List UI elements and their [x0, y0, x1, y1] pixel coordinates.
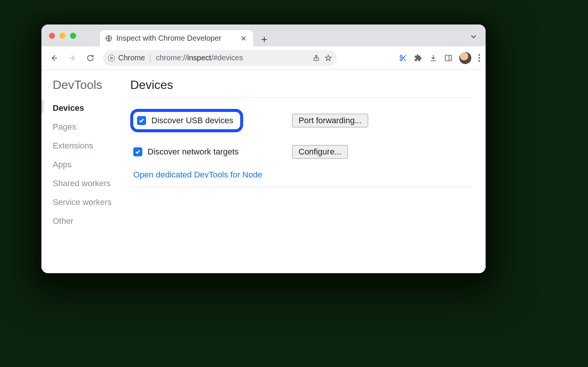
page-content: DevTools Devices Pages Extensions Apps S… — [41, 70, 486, 273]
discover-usb-highlight: Discover USB devices — [130, 109, 243, 132]
nav-shared-workers[interactable]: Shared workers — [53, 174, 126, 193]
chrome-chip: Chrome — [108, 54, 145, 62]
tab-title: Inspect with Chrome Developer — [116, 34, 235, 43]
extensions-icon[interactable] — [414, 54, 422, 62]
tabs-menu-button[interactable] — [470, 33, 477, 40]
nav-pages[interactable]: Pages — [53, 118, 126, 136]
svg-point-10 — [478, 60, 480, 61]
port-forwarding-button[interactable]: Port forwarding... — [292, 114, 368, 127]
svg-point-3 — [111, 57, 112, 58]
side-panel-icon[interactable] — [444, 54, 452, 62]
close-tab-icon[interactable] — [239, 35, 248, 41]
globe-icon — [105, 35, 113, 42]
address-bar[interactable]: Chrome chrome://inspect/#devices — [103, 50, 337, 66]
scissors-icon[interactable] — [399, 54, 407, 62]
configure-button[interactable]: Configure... — [292, 145, 348, 159]
minimize-window-button[interactable] — [59, 33, 66, 39]
svg-rect-7 — [445, 55, 452, 61]
checkbox-discover-network[interactable] — [133, 147, 142, 156]
checkbox-discover-usb[interactable] — [137, 116, 146, 125]
open-node-devtools-link[interactable]: Open dedicated DevTools for Node — [130, 168, 262, 187]
forward-button[interactable] — [65, 50, 80, 66]
chrome-chip-label: Chrome — [118, 54, 145, 62]
browser-tab[interactable]: Inspect with Chrome Developer — [99, 30, 254, 46]
downloads-icon[interactable] — [429, 54, 437, 62]
share-icon[interactable] — [312, 54, 320, 62]
discover-network-label: Discover network targets — [148, 147, 239, 157]
nav-devices[interactable]: Devices — [53, 99, 126, 118]
row-discover-network: Discover network targets Configure... — [130, 142, 472, 168]
profile-avatar[interactable] — [459, 52, 471, 64]
maximize-window-button[interactable] — [70, 33, 76, 39]
svg-point-8 — [478, 54, 480, 55]
omnibox-divider — [150, 54, 151, 62]
divider — [130, 187, 472, 187]
new-tab-button[interactable] — [260, 36, 272, 43]
svg-point-9 — [478, 57, 480, 58]
row-discover-usb: Discover USB devices Port forwarding... — [130, 106, 472, 142]
menu-icon[interactable] — [478, 54, 480, 62]
chrome-icon — [108, 54, 115, 62]
main-heading: Devices — [130, 78, 472, 97]
toolbar: Chrome chrome://inspect/#devices — [41, 46, 486, 70]
browser-window: Inspect with Chrome Developer Chrome — [41, 24, 486, 273]
discover-usb-label: Discover USB devices — [151, 116, 233, 125]
divider — [130, 97, 472, 98]
nav-service-workers[interactable]: Service workers — [53, 193, 126, 212]
nav-apps[interactable]: Apps — [53, 155, 126, 174]
nav-other[interactable]: Other — [53, 212, 126, 231]
back-button[interactable] — [47, 50, 62, 66]
url-text: chrome://inspect/#devices — [156, 54, 309, 62]
tab-strip: Inspect with Chrome Developer — [41, 24, 486, 46]
window-controls — [49, 33, 76, 39]
omnibox-actions — [312, 54, 332, 62]
reload-button[interactable] — [83, 50, 98, 66]
nav-extensions[interactable]: Extensions — [53, 136, 126, 155]
toolbar-actions — [399, 52, 480, 64]
main-panel: Devices Discover USB devices Port forwar… — [130, 70, 486, 273]
sidebar-title: DevTools — [53, 78, 126, 92]
bookmark-icon[interactable] — [324, 54, 332, 62]
close-window-button[interactable] — [49, 33, 55, 39]
sidebar: DevTools Devices Pages Extensions Apps S… — [44, 70, 130, 273]
